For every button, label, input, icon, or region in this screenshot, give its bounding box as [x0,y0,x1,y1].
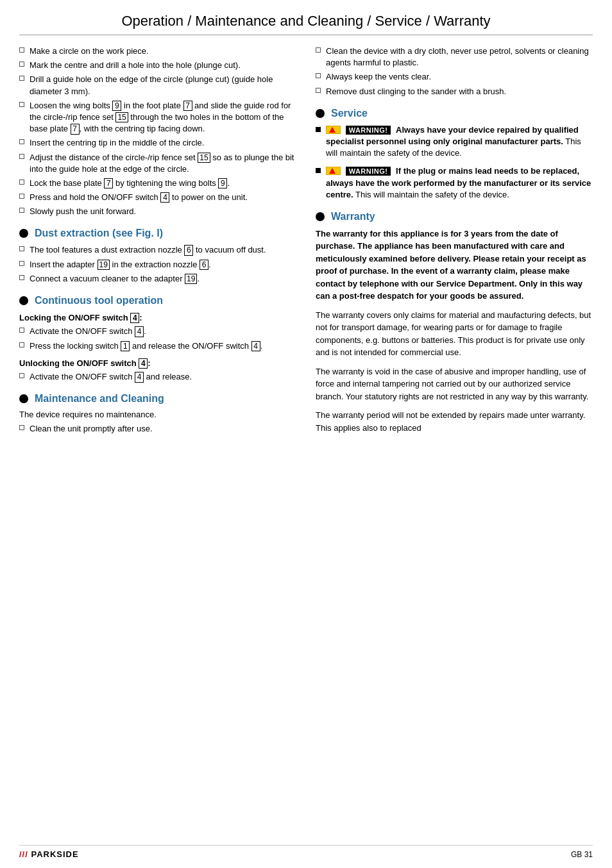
warning-normal-2: This will maintain the safety of the dev… [355,190,509,199]
footer: /// PARKSIDE GB 31 [19,845,593,859]
intro-list: Make a circle on the work piece. Mark th… [19,46,296,217]
section-dot-icon [316,212,325,221]
warning-bullet-2 [316,168,321,173]
maintenance-intro: The device requires no maintenance. [19,410,296,419]
service-title: Service [331,108,368,119]
service-header: Service [316,108,593,119]
page-title: Operation / Maintenance and Cleaning / S… [19,13,593,35]
continuous-operation-header: Continuous tool operation [19,295,296,306]
list-item: Insert the adapter 19 in the extraction … [19,259,296,271]
section-dot-icon [316,109,325,118]
dust-extraction-title: Dust extraction (see Fig. I) [35,228,163,239]
dust-extraction-header: Dust extraction (see Fig. I) [19,228,296,239]
right-intro-list: Clean the device with a dry cloth, never… [316,46,593,97]
brand-name: PARKSIDE [31,849,78,859]
continuous-operation-title: Continuous tool operation [35,295,163,306]
unlocking-list: Activate the ON/OFF switch 4 and release… [19,371,296,383]
warning-label-2: WARNING! [346,167,391,176]
warning-bullet-1 [316,127,321,132]
warranty-bold-text: The warranty for this appliance is for 3… [316,228,593,303]
list-item: Lock the base plate 7 by tightening the … [19,178,296,189]
list-item: Mark the centre and drill a hole into th… [19,60,296,71]
warning-icon-1 [326,126,341,134]
warranty-title: Warranty [331,211,375,222]
left-column: Make a circle on the work piece. Mark th… [19,46,296,442]
maintenance-title: Maintenance and Cleaning [35,393,164,405]
list-item: Press and hold the ON/OFF switch 4 to po… [19,192,296,203]
locking-list: Activate the ON/OFF switch 4. Press the … [19,326,296,351]
warning-label-1: WARNING! [346,126,391,135]
section-dot-icon [19,296,28,305]
list-item: Loosen the wing bolts 9 in the foot plat… [19,100,296,135]
list-item: Connect a vacuum cleaner to the adapter … [19,273,296,285]
list-item: Make a circle on the work piece. [19,46,296,57]
list-item: Activate the ON/OFF switch 4 and release… [19,371,296,383]
right-column: Clean the device with a dry cloth, never… [316,46,593,442]
warning-block-2: WARNING! If the plug or mains lead needs… [316,165,593,201]
section-dot-icon [19,229,28,238]
list-item: Remove dust clinging to the sander with … [316,86,593,97]
list-item: Drill a guide hole on the edge of the ci… [19,74,296,97]
list-item: Activate the ON/OFF switch 4. [19,326,296,337]
list-item: Clean the device with a dry cloth, never… [316,46,593,69]
two-column-layout: Make a circle on the work piece. Mark th… [19,46,593,442]
warranty-para-2: The warranty is void in the case of abus… [316,365,593,403]
list-item: Slowly push the unit forward. [19,206,296,217]
list-item: Insert the centring tip in the middle of… [19,137,296,149]
warranty-para-3: The warranty period will not be extended… [316,409,593,434]
maintenance-list: Clean the unit promptly after use. [19,423,296,435]
list-item: Press the locking switch 1 and release t… [19,340,296,352]
page-number: GB 31 [571,850,593,859]
warranty-para-1: The warranty covers only claims for mate… [316,309,593,359]
brand-slashes: /// [19,849,31,859]
section-dot-icon [19,394,28,403]
warning-icon-2 [326,167,341,175]
list-item: Adjust the distance of the circle-/rip f… [19,152,296,175]
warning-text-2: WARNING! If the plug or mains lead needs… [326,165,593,201]
locking-title: Locking the ON/OFF switch 4: [19,313,296,323]
warranty-header: Warranty [316,211,593,222]
list-item: Always keep the vents clear. [316,71,593,83]
maintenance-header: Maintenance and Cleaning [19,393,296,405]
warning-block-1: WARNING! Always have your device repaire… [316,124,593,160]
warning-text-1: WARNING! Always have your device repaire… [326,124,593,160]
dust-extraction-list: The tool features a dust extraction nozz… [19,244,296,285]
brand-logo: /// PARKSIDE [19,849,79,859]
list-item: Clean the unit promptly after use. [19,423,296,435]
page: Operation / Maintenance and Cleaning / S… [0,0,612,868]
unlocking-title: Unlocking the ON/OFF switch 4: [19,358,296,369]
list-item: The tool features a dust extraction nozz… [19,244,296,256]
